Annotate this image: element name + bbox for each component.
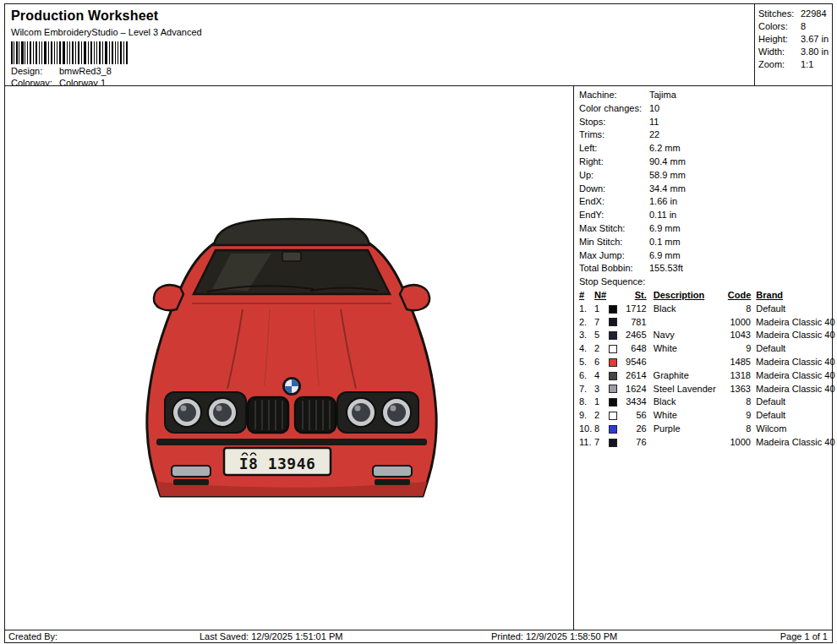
footer: Created By: Last Saved: 12/9/2025 1:51:0… — [4, 630, 833, 643]
stitch-count: 648 — [621, 342, 650, 356]
thread-code: 8 — [725, 396, 751, 409]
machine-info-row: Up: 58.9 mm — [579, 169, 832, 183]
machine-info-label: Min Stitch: — [579, 236, 649, 249]
thread-color-swatch — [609, 385, 617, 393]
needle-number: 4 — [594, 369, 609, 383]
stitch-count: 1712 — [621, 303, 650, 316]
machine-info-row: Right: 90.4 mm — [579, 156, 832, 169]
stitch-count: 26 — [621, 423, 650, 436]
machine-info-label: Up: — [579, 169, 649, 183]
barcode — [11, 41, 128, 64]
machine-info-label: Down: — [579, 183, 649, 196]
machine-info-row: Max Stitch: 6.9 mm — [579, 222, 832, 236]
stop-sequence-row: 4. 2 648 White 9 Default — [579, 342, 832, 356]
car-windshield — [194, 250, 390, 294]
stat-label: Width: — [758, 46, 801, 58]
headlights-left — [165, 392, 246, 433]
machine-info-value: 34.4 mm — [649, 183, 686, 196]
bumper-vent-left — [173, 479, 209, 485]
thread-brand: Madeira Classic 40 — [751, 356, 832, 369]
machine-info-row: Left: 6.2 mm — [579, 142, 832, 156]
stop-sequence-row: 5. 6 9546 1485 Madeira Classic 40 — [579, 356, 832, 369]
stop-number: 4. — [579, 342, 594, 356]
col-header-n: N# — [594, 289, 609, 303]
machine-info-value: 6.9 mm — [649, 249, 681, 263]
machine-info-row: Color changes: 10 — [579, 102, 832, 116]
machine-info-label: EndY: — [579, 209, 649, 222]
thread-color-swatch — [609, 331, 617, 340]
stop-number: 1. — [579, 303, 594, 316]
machine-info-value: 1.66 in — [649, 195, 677, 209]
col-header-num: # — [579, 289, 594, 303]
col-header-brand: Brand — [751, 289, 832, 303]
machine-info-row: EndX: 1.66 in — [579, 195, 832, 209]
stat-value: 8 — [801, 20, 806, 33]
stop-number: 5. — [579, 356, 594, 369]
machine-info-label: Trims: — [579, 128, 649, 142]
stop-sequence-row: 2. 7 781 1000 Madeira Classic 40 — [579, 316, 832, 330]
needle-number: 7 — [594, 436, 609, 450]
thread-code: 8 — [725, 423, 751, 436]
thread-color-swatch — [609, 412, 617, 420]
stop-number: 2. — [579, 316, 594, 330]
stop-sequence-table: # N# St. Description Code Brand 1. 1 171… — [579, 289, 832, 450]
machine-info-value: 6.9 mm — [649, 222, 681, 236]
thread-color-swatch — [609, 305, 617, 314]
stop-sequence-row: 9. 2 56 White 9 Default — [579, 409, 832, 423]
needle-number: 1 — [594, 396, 609, 409]
thread-color-swatch — [609, 358, 617, 367]
design-area: I8 13946 Machine: Tajima Color changes: … — [4, 85, 833, 630]
machine-info-label: Machine: — [579, 89, 649, 102]
stat-row: Colors: 8 — [758, 20, 829, 33]
stop-number: 7. — [579, 383, 594, 396]
stop-number: 10. — [579, 423, 594, 436]
stitch-count: 781 — [621, 316, 650, 330]
car-roof — [214, 219, 369, 245]
machine-info-value: 10 — [649, 102, 659, 116]
thread-description: White — [650, 409, 726, 423]
thread-brand: Default — [751, 303, 832, 316]
thread-description: Black — [650, 396, 726, 409]
thread-code: 1043 — [725, 329, 751, 342]
stop-sequence-row: 7. 3 1624 Steel Lavender 1363 Madeira Cl… — [579, 383, 832, 396]
machine-info-label: Total Bobbin: — [579, 262, 649, 276]
stop-number: 3. — [579, 329, 594, 342]
stitch-count: 76 — [621, 436, 650, 450]
machine-info-row: Machine: Tajima — [579, 89, 832, 102]
machine-info-value: 58.9 mm — [649, 169, 686, 183]
bumper-trim — [156, 439, 427, 445]
stat-value: 3.80 in — [801, 46, 829, 58]
thread-brand: Madeira Classic 40 — [751, 329, 832, 342]
thread-code: 1485 — [725, 356, 751, 369]
stat-label: Stitches: — [758, 8, 801, 20]
stat-label: Zoom: — [758, 58, 801, 71]
stitch-count: 2614 — [621, 369, 650, 383]
stat-row: Stitches: 22984 — [758, 8, 829, 20]
worksheet-header: Production Worksheet Wilcom EmbroiderySt… — [4, 3, 755, 86]
thread-code: 1318 — [725, 369, 751, 383]
thread-description: Purple — [650, 423, 726, 436]
needle-number: 3 — [594, 383, 609, 396]
stitch-count: 2465 — [621, 329, 650, 342]
stat-label: Height: — [758, 33, 801, 46]
machine-info-label: Stops: — [579, 116, 649, 129]
stats-panel: Stitches: 22984 Colors: 8 Height: 3.67 i… — [754, 3, 833, 86]
machine-info-row: Max Jump: 6.9 mm — [579, 249, 832, 263]
thread-brand: Madeira Classic 40 — [751, 316, 832, 330]
stitch-count: 9546 — [621, 356, 650, 369]
thread-code: 9 — [725, 409, 751, 423]
machine-info-row: EndY: 0.11 in — [579, 209, 832, 222]
app-subtitle: Wilcom EmbroideryStudio – Level 3 Advanc… — [11, 27, 748, 37]
thread-color-swatch — [609, 398, 617, 407]
stop-sequence-row: 8. 1 3434 Black 8 Default — [579, 396, 832, 409]
bmw-badge-icon — [282, 377, 301, 396]
thread-brand: Default — [751, 396, 832, 409]
stop-sequence-heading: Stop Sequence: — [579, 276, 832, 289]
thread-description: Navy — [650, 329, 726, 342]
thread-brand: Madeira Classic 40 — [751, 436, 832, 450]
stop-sequence-row: 6. 4 2614 Graphite 1318 Madeira Classic … — [579, 369, 832, 383]
plate-number: I8 13946 — [239, 455, 316, 472]
headlights-right — [337, 392, 418, 433]
fog-light-left — [172, 466, 211, 477]
fog-light-right — [373, 466, 412, 477]
